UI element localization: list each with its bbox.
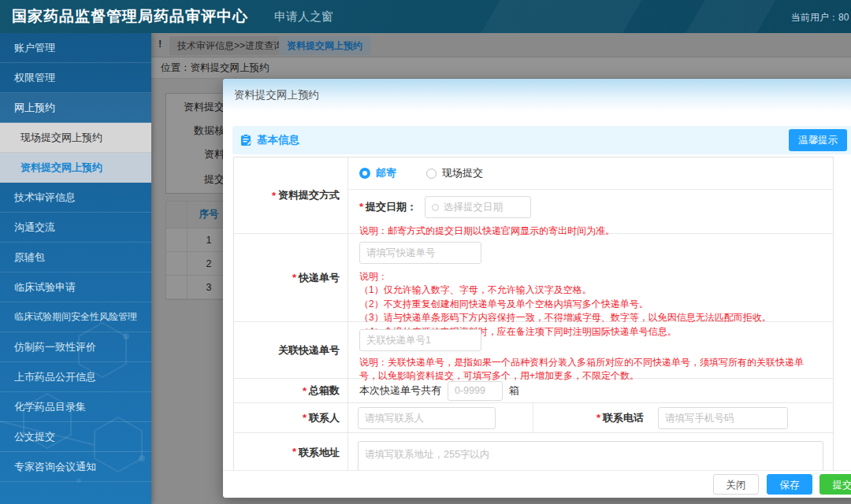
sidebar-item-onsite-submission[interactable]: 现场提交网上预约 <box>0 123 151 153</box>
field-label: * 资料提交方式 <box>234 158 348 233</box>
field-label: * 快递单号 <box>234 234 348 321</box>
submit-button[interactable]: 提交 <box>819 474 851 495</box>
sidebar-item-communication[interactable]: 沟通交流 <box>0 213 151 243</box>
app-header: 国家药品监督管理局药品审评中心 申请人之窗 当前用户：80 <box>0 0 851 33</box>
field-label: * 联系电话 <box>533 403 652 432</box>
radio-mail-label[interactable]: 邮寄 <box>376 166 396 180</box>
section-title: 基本信息 <box>257 133 299 147</box>
basic-info-section-header: 基本信息 温馨提示 <box>232 126 851 154</box>
clipboard-edit-icon <box>240 134 252 146</box>
sidebar-item-tech-review-info[interactable]: 技术审评信息 <box>0 183 151 213</box>
tracking-number-input[interactable] <box>359 242 481 264</box>
sidebar-item-document-submission[interactable]: 公文提交 <box>0 422 151 452</box>
form-row-tracking-number: * 快递单号 说明： （1）仅允许输入数字、字母，不允许输入汉字及空格。 （2）… <box>234 234 833 322</box>
form-row-address: * 联系地址 <box>234 433 833 470</box>
app-title: 国家药品监督管理局药品审评中心 <box>12 6 248 27</box>
contact-name-input[interactable] <box>358 407 496 429</box>
sidebar-nav: 账户管理 权限管理 网上预约 现场提交网上预约 资料提交网上预约 技术审评信息 … <box>0 33 151 504</box>
radio-onsite-label[interactable]: 现场提交 <box>442 166 483 180</box>
sidebar-item-permission-mgmt[interactable]: 权限管理 <box>0 63 151 93</box>
field-label: 关联快递单号 <box>234 322 348 378</box>
sidebar-item-online-appointment[interactable]: 网上预约 <box>0 93 151 123</box>
form-row-related-number: 关联快递单号 说明：关联快递单号，是指如果一个品种资料分装入多箱所对应的不同快递… <box>234 322 833 379</box>
contact-phone-input[interactable] <box>658 407 788 429</box>
close-button[interactable]: 关闭 <box>713 474 759 495</box>
current-user-label: 当前用户：80 <box>791 11 849 24</box>
radio-onsite[interactable] <box>426 169 437 179</box>
portal-name: 申请人之窗 <box>274 9 333 24</box>
total-boxes-suffix: 箱 <box>509 384 519 398</box>
sidebar-item-clinical-trial-application[interactable]: 临床试验申请 <box>0 272 151 302</box>
total-boxes-prefix: 本次快递单号共有 <box>359 384 441 398</box>
sidebar-item-marketed-drug-info[interactable]: 上市药品公开信息 <box>0 362 151 392</box>
sidebar-item-material-submission[interactable]: 资料提交网上预约 <box>0 153 151 183</box>
header-texture <box>678 0 780 33</box>
sidebar-item-account-mgmt[interactable]: 账户管理 <box>0 33 151 63</box>
sidebar-item-raw-materials[interactable]: 原辅包 <box>0 243 151 272</box>
sidebar-item-generic-consistency[interactable]: 仿制药一致性评价 <box>0 332 151 362</box>
modal-title: 资料提交网上预约 <box>223 79 851 112</box>
content-area: ! 技术审评信息>>进度查询 资料提交网上预约 位置：资料提交网上预约 资料提交… <box>151 33 851 504</box>
sidebar-item-expert-meeting-notice[interactable]: 专家咨询会议通知 <box>0 452 151 482</box>
contact-address-textarea[interactable] <box>358 441 823 470</box>
form-row-total-boxes: * 总箱数 本次快递单号共有 箱 <box>234 379 833 403</box>
material-submission-modal: 资料提交网上预约 基本信息 温馨提示 * 资料提交方式 <box>223 79 851 498</box>
clock-icon <box>432 204 439 211</box>
field-label: * 联系人 <box>234 403 348 432</box>
basic-info-form: * 资料提交方式 邮寄 现场提交 *提交日期： <box>233 157 834 470</box>
form-row-submit-method: * 资料提交方式 邮寄 现场提交 *提交日期： <box>234 158 833 234</box>
save-button[interactable]: 保存 <box>767 474 812 495</box>
total-boxes-input[interactable] <box>448 381 503 401</box>
radio-mail-selected[interactable] <box>359 168 370 179</box>
field-label: * 联系地址 <box>234 433 348 470</box>
warm-tips-button[interactable]: 温馨提示 <box>789 129 847 151</box>
field-label: * 总箱数 <box>234 379 348 402</box>
modal-footer: 关闭 保存 提交 <box>223 470 851 498</box>
sidebar-item-chemical-catalog[interactable]: 化学药品目录集 <box>0 392 151 422</box>
sidebar-item-safety-risk-mgmt[interactable]: 临床试验期间安全性风险管理 <box>0 302 151 332</box>
submit-date-input[interactable]: 选择提交日期 <box>425 196 531 218</box>
form-row-contact: * 联系人 * 联系电话 <box>234 403 833 433</box>
submit-date-label: *提交日期： <box>359 200 417 214</box>
header-texture <box>473 0 646 33</box>
related-number-input[interactable] <box>359 329 481 351</box>
